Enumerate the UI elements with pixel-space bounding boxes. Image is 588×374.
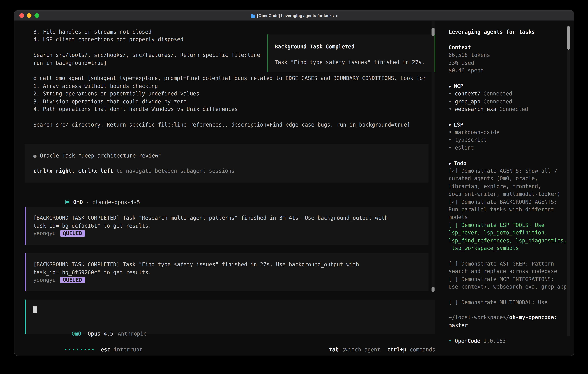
desktop-background: [OpenCode] Leveraging agents for tasks ◐… (0, 0, 588, 374)
sidebar-scrollbar-thumb[interactable] (567, 26, 570, 50)
workspace-repo-name: oh-my-opencode: (509, 315, 557, 321)
mcp-server-row: •grep_appConnected (449, 97, 574, 105)
todo-item-line: [ ] Demonstrate AST-GREP: Pattern (449, 260, 574, 267)
window-titlebar[interactable]: [OpenCode] Leveraging agents for tasks ◐ (14, 10, 574, 21)
minimize-window-button[interactable] (27, 13, 32, 18)
todo-item-line: search and replace across codebase (449, 267, 574, 275)
message-line: [BACKGROUND TASK COMPLETED] Task "Resear… (33, 214, 421, 222)
sidebar-section-lsp[interactable]: ▼LSP (449, 121, 574, 128)
tab-key-hint: tab (329, 346, 338, 353)
bullet-icon: • (449, 129, 452, 135)
prompt-input[interactable]: OmOOpus 4.5Anthropic (25, 300, 435, 334)
todo-item-line: [ ] Demonstrate LSP TOOLS: Use (449, 221, 574, 229)
queued-badge: QUEUED (60, 230, 85, 237)
spinner-icon: •••••••• (64, 347, 95, 353)
traffic-lights (14, 13, 39, 18)
todo-item-line: curated agents (OmO, oracle, (449, 175, 574, 182)
context-used: 33% used (449, 59, 574, 67)
input-provider-name: Anthropic (118, 331, 147, 337)
gear-icon: ⚙ (33, 75, 36, 81)
toast-body: Task "Find type safety issues" finished … (275, 58, 432, 66)
text-cursor (33, 307, 37, 313)
app-version: 1.0.163 (483, 338, 506, 344)
app-name-bold: Code (468, 338, 480, 344)
app-name: Open (455, 338, 467, 344)
lsp-server-row: •markdown-oxide (449, 128, 574, 136)
close-window-button[interactable] (19, 13, 24, 18)
todo-item-line: Use context7, websearch_exa, grep_app (449, 283, 574, 291)
agent-header: OmO·claude-opus-4-5 (33, 191, 442, 198)
loading-indicator-icon: ◐ (336, 13, 338, 18)
scroll-indicator[interactable] (431, 287, 435, 291)
bullet-icon: • (449, 137, 452, 143)
workspace-branch: master (449, 322, 574, 329)
agent-model: claude-opus-4-5 (92, 199, 140, 206)
lsp-server-name: eslint (455, 145, 474, 151)
background-task-message: [BACKGROUND TASK COMPLETED] Task "Resear… (25, 207, 428, 245)
esc-key-hint: esc (101, 346, 110, 353)
todo-item-line: [ ] Demonstrate MCP INTEGRATIONS: (449, 275, 574, 283)
main-scrollbar-thumb[interactable] (431, 28, 435, 36)
shortcut-keys: ctrl+x right, ctrl+x left (33, 168, 113, 174)
chevron-down-icon: ▼ (449, 123, 451, 128)
task-completed-toast: Background Task Completed Task "Find typ… (268, 34, 435, 72)
mcp-server-status: Connected (499, 106, 528, 112)
sidebar-section-todo[interactable]: ▼Todo (449, 159, 574, 167)
sidebar-section-mcp[interactable]: ▼MCP (449, 82, 574, 90)
zoom-window-button[interactable] (34, 13, 39, 18)
queued-badge: QUEUED (60, 277, 85, 283)
lsp-server-name: typescript (455, 137, 487, 143)
tool-call-line: ⚙call_omo_agent [subagent_type=explore, … (33, 74, 442, 82)
todo-item-line: [ ] Demonstrate MULTIMODAL: Use (449, 298, 574, 306)
app-version-row: •OpenCode1.0.163 (449, 337, 574, 345)
message-author: yeongyu (33, 230, 56, 237)
todo-item-line: [✓] Demonstrate BACKGROUND AGENTS: (449, 198, 574, 206)
output-line: 2. String operations on potentially unde… (33, 90, 442, 97)
mcp-server-name: websearch_exa (455, 106, 496, 112)
mcp-server-name: grep_app (455, 98, 480, 104)
output-line: 4. Path operations that don't handle Win… (33, 105, 442, 113)
toast-title: Background Task Completed (275, 43, 432, 51)
oracle-task-title: Oracle Task "Deep architecture review" (40, 152, 161, 158)
todo-item-line: document-writer, multimodal-looker) (449, 190, 574, 198)
bullet-icon: • (449, 338, 452, 344)
ctrlp-key-label: commands (410, 346, 435, 353)
tool-call-text: call_omo_agent [subagent_type=explore, p… (40, 75, 426, 81)
subagent-session-panel[interactable]: ◉Oracle Task "Deep architecture review" … (25, 144, 428, 183)
todo-item-line: models (449, 213, 574, 221)
sidebar-scrollbar-track[interactable] (567, 26, 570, 336)
bullet-icon: • (449, 91, 452, 97)
window-title: [OpenCode] Leveraging agents for tasks (257, 13, 334, 18)
message-line: [BACKGROUND TASK COMPLETED] Task "Find t… (33, 261, 421, 269)
background-task-message: [BACKGROUND TASK COMPLETED] Task "Find t… (25, 254, 428, 291)
output-line: 1. Array access without bounds checking (33, 82, 442, 90)
todo-item-line: [✓] Demonstrate AGENTS: Show all 7 (449, 167, 574, 175)
ctrlp-key-hint: ctrl+p (387, 346, 406, 353)
workspace-path: ~/local-workspaces/oh-my-opencode: (449, 314, 574, 321)
context-spent: $0.46 spent (449, 67, 574, 74)
separator-dot: · (86, 199, 89, 206)
input-agent-name[interactable]: OmO (72, 331, 81, 337)
message-line: task_id="bg_6f59260c" to get results. (33, 269, 421, 276)
agent-name: OmO (73, 199, 83, 206)
lsp-server-row: •typescript (449, 136, 574, 144)
mcp-server-status: Connected (483, 91, 512, 97)
lsp-server-name: markdown-oxide (455, 129, 499, 135)
message-author: yeongyu (33, 277, 56, 283)
shortcut-hint: to navigate between subagent sessions (113, 168, 234, 174)
todo-item-line: Run parallel tasks with different (449, 206, 574, 213)
mcp-server-name: context7 (455, 91, 480, 97)
bullet-icon: • (449, 98, 452, 104)
folder-icon (250, 13, 255, 18)
terminal-window: [OpenCode] Leveraging agents for tasks ◐… (14, 10, 574, 356)
chevron-down-icon: ▼ (449, 161, 451, 166)
esc-key-label: interrupt (114, 346, 143, 353)
todo-item-line: librarian, explore, frontend, (449, 183, 574, 190)
context-tokens: 66,518 tokens (449, 51, 574, 59)
todo-item-line: lsp_workspace_symbols (449, 244, 574, 252)
status-bar: ••••••••escinterrupt tabswitch agentctrl… (26, 338, 435, 356)
session-title: Leveraging agents for tasks (449, 28, 574, 36)
bullet-icon: • (449, 145, 452, 151)
mcp-server-status: Connected (483, 98, 512, 104)
todo-item-line: lsp_find_references, lsp_diagnostics, (449, 237, 574, 244)
